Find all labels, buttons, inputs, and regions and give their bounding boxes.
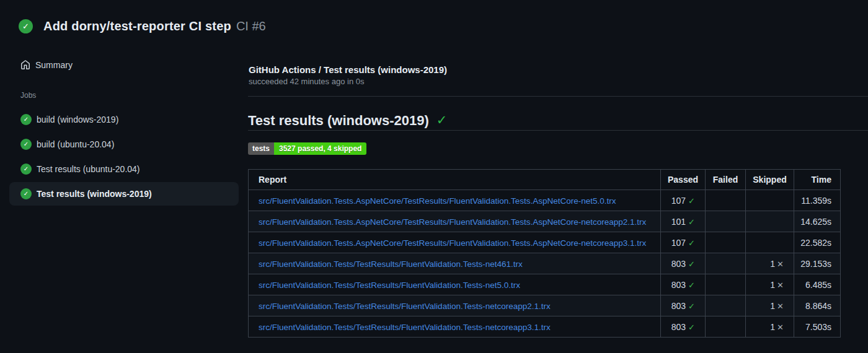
skipped-cell: 1✕ [746, 253, 794, 274]
check-icon: ✓ [436, 111, 448, 129]
sidebar-item-job[interactable]: ✓ Test results (windows-2019) [9, 182, 239, 206]
time-cell: 14.625s [794, 211, 841, 232]
skipped-cell: 1✕ [746, 316, 794, 338]
failed-cell [706, 253, 746, 274]
table-header-row: Report Passed Failed Skipped Time [249, 170, 841, 190]
time-cell: 29.153s [794, 253, 841, 274]
check-title: GitHub Actions / Test results (windows-2… [249, 64, 868, 76]
report-link[interactable]: src/FluentValidation.Tests/TestResults/F… [259, 302, 551, 311]
sidebar-item-job[interactable]: ✓ build (windows-2019) [9, 108, 239, 131]
table-row: src/FluentValidation.Tests.AspNetCore/Te… [249, 211, 841, 232]
check-circle-icon: ✓ [20, 114, 32, 125]
table-row: src/FluentValidation.Tests.AspNetCore/Te… [249, 190, 841, 211]
report-link[interactable]: src/FluentValidation.Tests.AspNetCore/Te… [259, 196, 616, 206]
skipped-cell [746, 232, 794, 253]
sidebar-item-summary[interactable]: Summary [9, 53, 239, 77]
col-header-passed: Passed [661, 170, 706, 190]
time-cell: 11.359s [794, 190, 841, 211]
passed-cell: 803✓ [661, 253, 706, 274]
sidebar-item-job[interactable]: ✓ Test results (ubuntu-20.04) [9, 157, 239, 181]
job-label: Test results (windows-2019) [37, 189, 152, 199]
home-icon [20, 60, 30, 70]
check-circle-icon: ✓ [20, 163, 32, 175]
tests-badge: tests 3527 passed, 4 skipped [248, 142, 366, 155]
col-header-skipped: Skipped [746, 170, 794, 190]
passed-cell: 101✓ [661, 211, 706, 232]
sidebar-item-job[interactable]: ✓ build (ubuntu-20.04) [9, 133, 239, 156]
check-run-header: GitHub Actions / Test results (windows-2… [248, 53, 868, 97]
skipped-cell: 1✕ [746, 295, 794, 316]
table-row: src/FluentValidation.Tests.AspNetCore/Te… [249, 232, 841, 253]
run-title: Add dorny/test-reporter CI step [43, 19, 231, 33]
results-heading-text: Test results (windows-2019) [248, 111, 429, 130]
check-circle-icon: ✓ [20, 188, 32, 199]
results-table-body: src/FluentValidation.Tests.AspNetCore/Te… [249, 190, 841, 338]
check-icon: ✓ [688, 302, 695, 311]
cross-icon: ✕ [777, 323, 784, 332]
cross-icon: ✕ [777, 281, 784, 290]
cross-icon: ✕ [777, 259, 784, 269]
run-number: CI #6 [236, 19, 266, 33]
time-cell: 8.864s [794, 295, 841, 316]
skipped-cell [746, 190, 794, 211]
skipped-cell [746, 211, 794, 232]
failed-cell [706, 190, 746, 211]
failed-cell [706, 295, 746, 316]
passed-cell: 803✓ [661, 274, 706, 295]
col-header-time: Time [794, 170, 841, 190]
time-cell: 7.503s [794, 316, 841, 338]
report-link[interactable]: src/FluentValidation.Tests/TestResults/F… [259, 281, 520, 290]
jobs-list: ✓ build (windows-2019) ✓ build (ubuntu-2… [9, 108, 239, 206]
job-label: Test results (ubuntu-20.04) [37, 164, 140, 174]
report-link[interactable]: src/FluentValidation.Tests.AspNetCore/Te… [259, 238, 646, 248]
table-row: src/FluentValidation.Tests/TestResults/F… [249, 274, 841, 295]
check-icon: ✓ [688, 281, 695, 290]
passed-cell: 107✓ [661, 190, 706, 211]
results-table: Report Passed Failed Skipped Time src/Fl… [248, 169, 841, 338]
report-link[interactable]: src/FluentValidation.Tests.AspNetCore/Te… [259, 217, 646, 227]
skipped-cell: 1✕ [746, 274, 794, 295]
check-icon: ✓ [688, 259, 695, 269]
time-cell: 22.582s [794, 232, 841, 253]
failed-cell [706, 211, 746, 232]
check-icon: ✓ [688, 323, 695, 332]
check-icon: ✓ [688, 196, 695, 206]
check-circle-icon: ✓ [20, 139, 32, 150]
report-link[interactable]: src/FluentValidation.Tests/TestResults/F… [259, 323, 551, 332]
table-row: src/FluentValidation.Tests/TestResults/F… [249, 295, 841, 316]
check-status: succeeded 42 minutes ago in 0s [249, 76, 868, 87]
check-circle-icon: ✓ [19, 19, 33, 33]
report-link[interactable]: src/FluentValidation.Tests/TestResults/F… [259, 259, 523, 269]
col-header-failed: Failed [706, 170, 746, 190]
main-pane: GitHub Actions / Test results (windows-2… [248, 53, 868, 338]
passed-cell: 803✓ [661, 295, 706, 316]
job-label: build (ubuntu-20.04) [37, 139, 114, 149]
results-heading: Test results (windows-2019) ✓ [248, 111, 868, 131]
time-cell: 6.485s [794, 274, 841, 295]
failed-cell [706, 316, 746, 338]
passed-cell: 803✓ [661, 316, 706, 338]
jobs-sidebar: Summary Jobs ✓ build (windows-2019) ✓ bu… [0, 53, 248, 206]
run-header-bar: ✓ Add dorny/test-reporter CI step CI #6 [0, 0, 868, 53]
failed-cell [706, 274, 746, 295]
check-icon: ✓ [688, 238, 695, 248]
cross-icon: ✕ [777, 302, 784, 311]
table-row: src/FluentValidation.Tests/TestResults/F… [249, 316, 841, 338]
table-row: src/FluentValidation.Tests/TestResults/F… [249, 253, 841, 274]
passed-cell: 107✓ [661, 232, 706, 253]
job-label: build (windows-2019) [37, 115, 118, 124]
col-header-report: Report [249, 170, 661, 190]
tests-badge-label: tests [248, 142, 274, 155]
failed-cell [706, 232, 746, 253]
check-icon: ✓ [688, 217, 695, 227]
summary-label: Summary [35, 60, 73, 70]
jobs-section-label: Jobs [9, 90, 239, 100]
tests-badge-value: 3527 passed, 4 skipped [274, 142, 366, 155]
